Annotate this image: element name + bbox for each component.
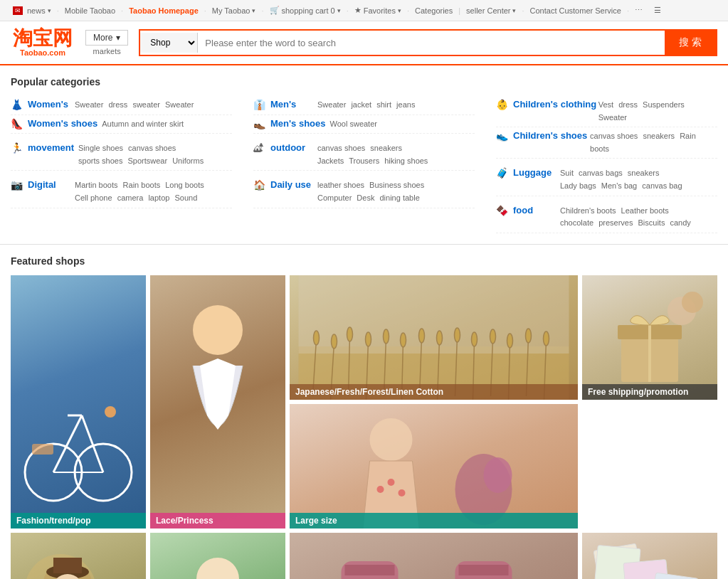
svg-rect-74 bbox=[459, 565, 509, 575]
cat-row-womens: 👗 Women's Sweater dress sweater Sweater bbox=[11, 96, 232, 115]
movement-icon: 🏃 bbox=[11, 142, 23, 154]
svg-point-24 bbox=[419, 329, 425, 343]
shop-large-size-area[interactable]: Large size bbox=[290, 404, 578, 528]
svg-point-43 bbox=[682, 292, 703, 313]
shop-foreign-trade[interactable]: Foreign trade/original order bbox=[290, 533, 578, 579]
nav-favorites[interactable]: ★ Favorites ▾ bbox=[349, 0, 407, 21]
cat-digital-links: Martin boots Rain boots Long boots Cell … bbox=[75, 179, 207, 204]
nav-news[interactable]: ✉ news ▾ bbox=[7, 0, 57, 21]
more-markets-btn[interactable]: More ▾ markets bbox=[85, 30, 128, 55]
cat-row-mens-shoes: 👞 Men's shoes Wool sweater bbox=[253, 115, 475, 134]
svg-point-14 bbox=[332, 334, 337, 349]
shop-europe[interactable]: Europe and America bbox=[11, 533, 146, 579]
cat-childrens-shoes[interactable]: Children's shoes bbox=[513, 130, 586, 141]
logo: 淘宝网 Taobao.com bbox=[11, 28, 75, 57]
cat-col-1: 👗 Women's Sweater dress sweater Sweater … bbox=[11, 96, 232, 233]
svg-rect-82 bbox=[651, 573, 698, 579]
more-btn-inner[interactable]: More ▾ bbox=[85, 30, 128, 46]
cart-icon: 🛒 bbox=[270, 6, 280, 15]
shop-free-shipping[interactable]: Free shipping/promotion bbox=[582, 275, 717, 400]
field-illustration bbox=[290, 275, 578, 400]
nav-homepage[interactable]: Taobao Homepage bbox=[123, 0, 204, 21]
cat-womens-shoes[interactable]: Women's shoes bbox=[28, 118, 97, 129]
cat-daily-use-links: leather shoes Business shoes Computer De… bbox=[317, 179, 427, 204]
cat-food[interactable]: food bbox=[513, 205, 556, 216]
cat-row-childrens: 👶 Children's clothing Vest dress Suspend… bbox=[496, 96, 717, 127]
search-input[interactable] bbox=[198, 33, 665, 53]
shop-original[interactable]: Original/Individual/Handma... bbox=[582, 533, 717, 579]
cat-luggage-links: Suit canvas bags sneakers Lady bags Men'… bbox=[560, 167, 685, 192]
shop-japanese-label: Japanese/Fresh/Forest/Linen Cotton bbox=[290, 384, 578, 400]
shop-fashion-label: Fashion/trend/pop bbox=[11, 513, 146, 528]
categories-section: Popular categories 👗 Women's Sweater dre… bbox=[0, 65, 728, 244]
logo-english: Taobao.com bbox=[20, 48, 65, 57]
cat-luggage[interactable]: Luggage bbox=[513, 167, 556, 178]
nav-seller-center[interactable]: seller Center ▾ bbox=[460, 0, 522, 21]
header: 淘宝网 Taobao.com More ▾ markets Shop Taoba… bbox=[0, 21, 728, 65]
cat-daily-use[interactable]: Daily use bbox=[270, 179, 313, 190]
news-arrow: ▾ bbox=[48, 7, 51, 14]
svg-point-26 bbox=[437, 331, 443, 345]
svg-point-30 bbox=[472, 332, 478, 346]
cat-womens-links: Sweater dress sweater Sweater bbox=[75, 99, 196, 112]
svg-point-38 bbox=[544, 331, 549, 346]
bike-illustration bbox=[11, 275, 146, 528]
top-nav: ✉ news ▾ · Mobile Taobao · Taobao Homepa… bbox=[0, 0, 728, 21]
cat-row-mens: 👔 Men's Sweater jacket shirt jeans bbox=[253, 96, 475, 115]
mens-icon: 👔 bbox=[253, 99, 266, 110]
nav-my-taobao[interactable]: My Taobao ▾ bbox=[206, 0, 262, 21]
cat-digital[interactable]: Digital bbox=[28, 179, 70, 190]
svg-rect-67 bbox=[345, 565, 395, 575]
svg-rect-53 bbox=[53, 558, 82, 573]
europe-illustration bbox=[11, 533, 146, 579]
svg-point-49 bbox=[484, 457, 512, 493]
cat-outdoor[interactable]: outdoor bbox=[270, 142, 313, 153]
svg-point-6 bbox=[105, 406, 116, 418]
nav-cart[interactable]: 🛒 shopping cart0 ▾ bbox=[264, 0, 347, 21]
dropdown-arrow-icon: ▾ bbox=[116, 33, 120, 43]
foreign-trade-illustration bbox=[290, 533, 578, 579]
nav-more-options[interactable]: ⋯ bbox=[629, 0, 648, 21]
cat-col-2: 👔 Men's Sweater jacket shirt jeans 👞 Men… bbox=[253, 96, 475, 233]
shop-free-shipping-label: Free shipping/promotion bbox=[582, 384, 717, 400]
shop-fashion[interactable]: Fashion/trend/pop bbox=[11, 275, 146, 528]
categories-grid: 👗 Women's Sweater dress sweater Sweater … bbox=[11, 96, 717, 233]
cat-movement-links: Single shoes canvas shoes sports shoes S… bbox=[78, 142, 206, 167]
cat-mens[interactable]: Men's bbox=[270, 99, 313, 110]
search-type-select[interactable]: Shop Taobao bbox=[140, 33, 198, 53]
digital-icon: 📷 bbox=[11, 179, 23, 191]
mens-shoes-icon: 👞 bbox=[253, 118, 266, 129]
cat-outdoor-links: canvas shoes sneakers Jackets Trousers h… bbox=[317, 142, 431, 167]
svg-point-34 bbox=[507, 334, 513, 348]
svg-point-16 bbox=[347, 327, 353, 341]
shop-lace[interactable]: Lace/Princess bbox=[150, 275, 285, 528]
shop-korean[interactable]: Korean version bbox=[150, 533, 285, 579]
shop-large-size-label: Large size bbox=[290, 513, 578, 528]
cat-food-links: Children's boots Leather boots chocolate… bbox=[560, 205, 694, 230]
svg-point-44 bbox=[370, 418, 413, 461]
cat-mens-shoes[interactable]: Men's shoes bbox=[270, 118, 326, 129]
cat-row-digital: 📷 Digital Martin boots Rain boots Long b… bbox=[11, 176, 232, 208]
svg-point-45 bbox=[377, 486, 384, 493]
shop-japanese[interactable]: Japanese/Fresh/Forest/Linen Cotton bbox=[290, 275, 578, 400]
womens-icon: 👗 bbox=[11, 99, 23, 110]
cat-childrens[interactable]: Children's clothing bbox=[513, 99, 594, 110]
cat-mens-links: Sweater jacket shirt jeans bbox=[317, 99, 418, 112]
cat-row-daily-use: 🏠 Daily use leather shoes Business shoes… bbox=[253, 176, 475, 208]
cat-movement[interactable]: movement bbox=[28, 142, 74, 153]
markets-label: markets bbox=[93, 47, 121, 55]
cat-row-outdoor: 🏕 outdoor canvas shoes sneakers Jackets … bbox=[253, 139, 475, 171]
svg-point-18 bbox=[366, 332, 371, 346]
nav-mobile[interactable]: Mobile Taobao bbox=[59, 0, 121, 21]
news-icon: ✉ bbox=[13, 6, 23, 15]
cat-row-movement: 🏃 movement Single shoes canvas shoes spo… bbox=[11, 139, 232, 171]
nav-menu[interactable]: ☰ bbox=[648, 0, 667, 21]
cat-womens[interactable]: Women's bbox=[28, 99, 70, 110]
svg-point-32 bbox=[490, 329, 496, 344]
svg-point-36 bbox=[526, 329, 532, 343]
nav-contact[interactable]: Contact Customer Service bbox=[524, 0, 627, 21]
search-button[interactable]: 搜 索 bbox=[665, 31, 716, 55]
svg-rect-7 bbox=[32, 444, 53, 455]
nav-categories[interactable]: Categories bbox=[409, 0, 458, 21]
svg-point-8 bbox=[193, 305, 243, 355]
